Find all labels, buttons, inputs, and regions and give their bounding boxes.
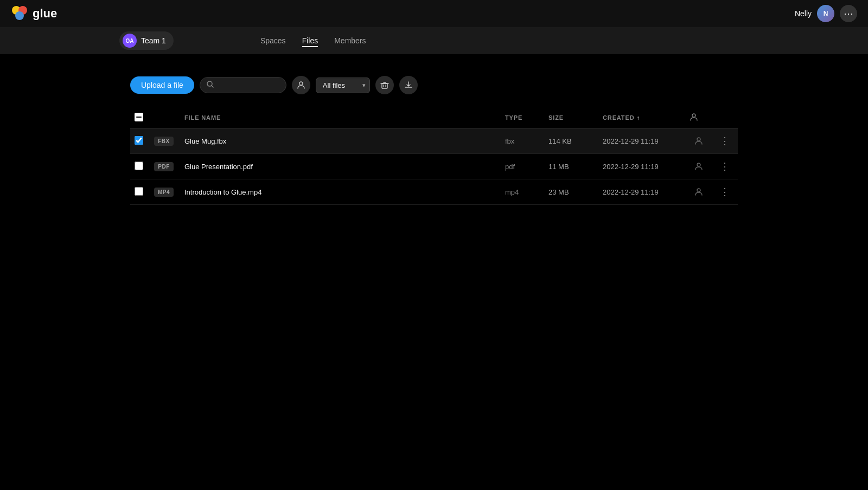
upload-button[interactable]: Upload a file xyxy=(130,76,194,94)
file-more-button[interactable]: ⋮ xyxy=(717,134,733,148)
row-checkbox-cell xyxy=(130,179,150,205)
file-size: 114 KB xyxy=(548,137,572,145)
th-type: TYPE xyxy=(501,107,544,128)
file-badge-cell: FBX xyxy=(150,128,180,154)
table-header: FILE NAME TYPE SIZE CREATED xyxy=(130,107,738,128)
created-sort[interactable]: CREATED xyxy=(603,114,681,121)
owner-icon xyxy=(690,162,708,171)
files-table: FILE NAME TYPE SIZE CREATED xyxy=(130,107,738,205)
delete-button[interactable] xyxy=(375,76,394,94)
row-checkbox-cell xyxy=(130,154,150,179)
person-icon xyxy=(297,81,305,89)
file-owner-cell xyxy=(685,179,712,205)
owner-icon xyxy=(690,137,708,145)
svg-rect-6 xyxy=(382,83,387,88)
file-type: fbx xyxy=(505,137,514,145)
tab-members[interactable]: Members xyxy=(334,34,366,47)
team-name: Team 1 xyxy=(141,36,166,45)
select-all-header[interactable] xyxy=(130,107,150,128)
trash-icon xyxy=(380,81,389,89)
secondary-nav: OA Team 1 Spaces Files Members xyxy=(0,27,868,54)
team-badge[interactable]: OA Team 1 xyxy=(119,31,174,50)
file-type: pdf xyxy=(505,163,515,171)
owner-column-icon xyxy=(690,113,698,121)
files-table-body: FBX Glue Mug.fbx fbx 114 KB 2022-12-29 1… xyxy=(130,128,738,205)
th-file-name: FILE NAME xyxy=(180,107,501,128)
team-avatar: OA xyxy=(123,34,137,48)
logo-area: glue xyxy=(11,5,57,22)
download-button[interactable] xyxy=(399,76,418,94)
file-more-cell: ⋮ xyxy=(712,154,738,179)
th-size: SIZE xyxy=(544,107,598,128)
file-created-cell: 2022-12-29 11:19 xyxy=(598,179,685,205)
file-created: 2022-12-29 11:19 xyxy=(603,188,659,196)
row-checkbox-cell xyxy=(130,128,150,154)
search-input[interactable] xyxy=(217,81,279,89)
file-size-cell: 114 KB xyxy=(544,128,598,154)
svg-point-5 xyxy=(299,82,303,85)
file-name: Introduction to Glue.mp4 xyxy=(184,188,261,196)
file-owner-cell xyxy=(685,154,712,179)
user-name: Nelly xyxy=(795,9,812,18)
file-owner-cell xyxy=(685,128,712,154)
search-box xyxy=(200,77,286,93)
top-right-controls: Nelly N ⋯ xyxy=(795,5,857,22)
file-created-cell: 2022-12-29 11:19 xyxy=(598,154,685,179)
nav-tabs: Spaces Files Members xyxy=(260,34,366,47)
file-size: 11 MB xyxy=(548,163,569,171)
svg-line-4 xyxy=(212,86,213,87)
file-type-cell: pdf xyxy=(501,154,544,179)
file-more-button[interactable]: ⋮ xyxy=(717,185,733,199)
logo-text: glue xyxy=(33,7,57,21)
th-owner xyxy=(685,107,712,128)
row-checkbox[interactable] xyxy=(135,187,143,196)
svg-point-13 xyxy=(697,163,700,166)
svg-point-11 xyxy=(692,114,695,117)
file-created: 2022-12-29 11:19 xyxy=(603,137,659,145)
file-created-cell: 2022-12-29 11:19 xyxy=(598,128,685,154)
th-created[interactable]: CREATED xyxy=(598,107,685,128)
avatar[interactable]: N xyxy=(817,5,834,22)
svg-point-12 xyxy=(697,138,700,141)
file-type-cell: fbx xyxy=(501,128,544,154)
file-type-badge: MP4 xyxy=(154,188,174,197)
glue-logo-icon xyxy=(11,5,28,22)
table-row: PDF Glue Presentation.pdf pdf 11 MB 2022… xyxy=(130,154,738,179)
file-type-cell: mp4 xyxy=(501,179,544,205)
owner-icon xyxy=(690,188,708,196)
th-badge xyxy=(150,107,180,128)
more-options-button[interactable]: ⋯ xyxy=(840,5,857,22)
file-created: 2022-12-29 11:19 xyxy=(603,163,659,171)
file-name-cell: Introduction to Glue.mp4 xyxy=(180,179,501,205)
svg-point-2 xyxy=(15,11,24,20)
table-row: MP4 Introduction to Glue.mp4 mp4 23 MB 2… xyxy=(130,179,738,205)
row-checkbox[interactable] xyxy=(135,136,143,145)
search-icon xyxy=(207,81,214,89)
toolbar: Upload a file All files FBX PDF MP4 xyxy=(130,76,738,94)
table-row: FBX Glue Mug.fbx fbx 114 KB 2022-12-29 1… xyxy=(130,128,738,154)
file-size-cell: 23 MB xyxy=(544,179,598,205)
download-icon xyxy=(404,81,413,89)
file-name-cell: Glue Presentation.pdf xyxy=(180,154,501,179)
file-size-cell: 11 MB xyxy=(544,154,598,179)
tab-files[interactable]: Files xyxy=(302,34,318,47)
person-icon xyxy=(694,162,703,171)
person-icon xyxy=(694,137,703,145)
row-checkbox[interactable] xyxy=(135,162,143,170)
svg-point-14 xyxy=(697,189,700,192)
file-badge-cell: PDF xyxy=(150,154,180,179)
file-more-button[interactable]: ⋮ xyxy=(717,159,733,173)
select-all-checkbox[interactable] xyxy=(135,113,143,121)
file-name: Glue Mug.fbx xyxy=(184,137,226,145)
user-filter-button[interactable] xyxy=(292,76,310,94)
file-name: Glue Presentation.pdf xyxy=(184,163,253,171)
tab-spaces[interactable]: Spaces xyxy=(260,34,286,47)
filter-select[interactable]: All files FBX PDF MP4 xyxy=(316,78,370,93)
person-icon xyxy=(694,188,703,196)
file-name-cell: Glue Mug.fbx xyxy=(180,128,501,154)
file-more-cell: ⋮ xyxy=(712,179,738,205)
top-nav: glue Nelly N ⋯ xyxy=(0,0,868,27)
filter-select-wrap: All files FBX PDF MP4 ▾ xyxy=(316,78,370,93)
file-badge-cell: MP4 xyxy=(150,179,180,205)
file-more-cell: ⋮ xyxy=(712,128,738,154)
